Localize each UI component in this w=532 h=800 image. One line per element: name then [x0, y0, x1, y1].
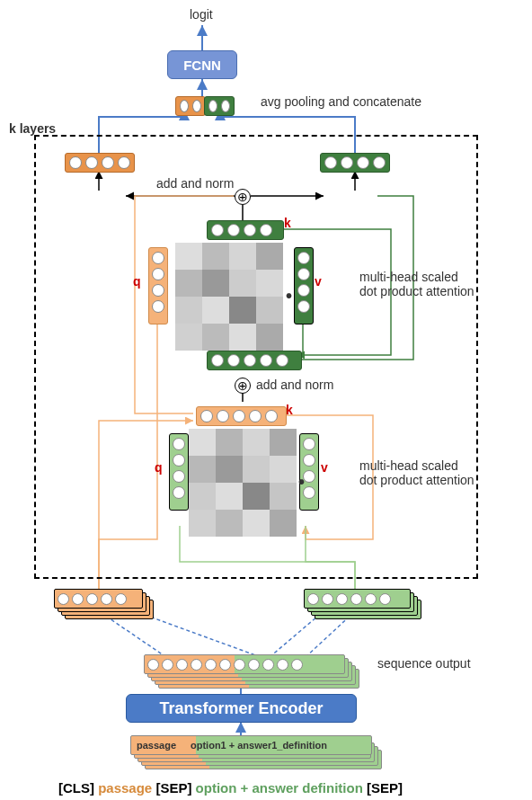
lower-q-label: q [155, 460, 163, 475]
k-layers-label: k layers [9, 121, 56, 136]
input-passage-seg: passage [137, 740, 191, 751]
sep2-token: [SEP] [363, 780, 403, 796]
passage-out-bar [65, 153, 135, 173]
upper-dot: • [286, 286, 292, 307]
mid-green-bar [207, 351, 302, 370]
concat-passage-bar [175, 96, 206, 116]
input-option-seg: option1 + answer1_definition [191, 740, 327, 751]
upper-attn-label: multi-head scaled dot product attention [359, 270, 476, 298]
lower-q-vbar [169, 433, 189, 511]
pool-label: avg pooling and concatenate [261, 94, 421, 109]
plus-upper: ⊕ [235, 189, 251, 205]
encoder-box: Transformer Encoder [126, 694, 357, 723]
lower-dot: • [298, 472, 305, 493]
upper-v-label: v [315, 274, 322, 289]
caption-passage: passage [98, 780, 152, 796]
lower-v-label: v [321, 460, 328, 475]
lower-attn-label: multi-head scaled dot product attention [359, 458, 476, 487]
concat-option-bar [204, 96, 235, 116]
seqout-label: sequence output [377, 656, 471, 671]
upper-k-bar [207, 220, 284, 240]
upper-k-label: k [284, 216, 291, 230]
logit-label: logit [190, 7, 213, 22]
upper-q-vbar [148, 247, 168, 324]
lower-k-bar [196, 406, 287, 426]
lower-attn-matrix [189, 429, 297, 537]
sep1-token: [SEP] [152, 780, 195, 796]
fcnn-box: FCNN [167, 50, 237, 79]
option-out-bar [320, 153, 390, 173]
upper-attn-matrix [175, 243, 283, 351]
addnorm-lower-label: add and norm [256, 378, 333, 392]
cls-token: [CLS] [58, 780, 98, 796]
addnorm-upper-label: add and norm [156, 176, 234, 191]
caption-option: option + answer definition [196, 780, 363, 796]
upper-v-vbar [294, 247, 314, 324]
caption: [CLS] passage [SEP] option + answer defi… [58, 780, 403, 796]
upper-q-label: q [133, 274, 141, 289]
lower-k-label: k [286, 403, 293, 417]
plus-lower: ⊕ [235, 378, 251, 394]
